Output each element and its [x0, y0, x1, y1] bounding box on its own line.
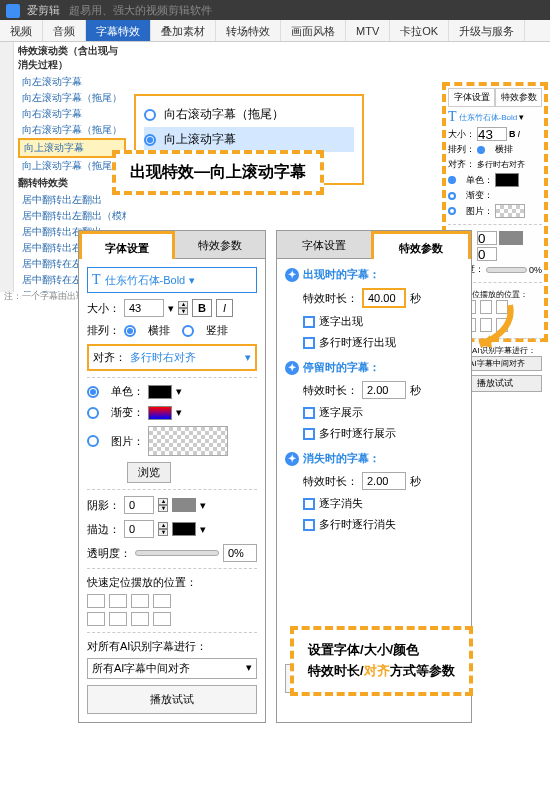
pic-label: 图片：: [111, 434, 144, 449]
size-input[interactable]: [124, 299, 164, 317]
opacity-slider[interactable]: [486, 267, 527, 273]
opacity-slider[interactable]: [135, 550, 219, 556]
color-swatch[interactable]: [148, 385, 172, 399]
tab-style[interactable]: 画面风格: [281, 20, 346, 41]
tab-fx-params[interactable]: 特效参数: [175, 231, 265, 259]
font-select[interactable]: T 仕东竹石体-Bold ▾: [87, 267, 257, 293]
tab-mtv[interactable]: MTV: [346, 20, 390, 41]
chevron-down-icon[interactable]: ▾: [176, 385, 182, 398]
spinner[interactable]: ▴▾: [158, 522, 168, 536]
shadow-label: 阴影：: [87, 498, 120, 513]
bold-icon[interactable]: B: [509, 129, 516, 139]
chevron-down-icon[interactable]: ▾: [200, 499, 206, 512]
tab-fx-params[interactable]: 特效参数: [371, 231, 471, 259]
cb-label: 多行时逐行消失: [319, 517, 396, 532]
radio-picture[interactable]: [87, 435, 99, 447]
browse-button[interactable]: 浏览: [127, 462, 171, 483]
color-swatch[interactable]: [495, 173, 519, 187]
rp-size-input[interactable]: [477, 127, 507, 141]
star-icon: ✦: [285, 452, 299, 466]
shadow-color[interactable]: [172, 498, 196, 512]
font-settings-panel: 字体设置 特效参数 T 仕东竹石体-Bold ▾ 大小： ▾ ▴▾ B I 排列…: [78, 230, 266, 723]
shadow-input[interactable]: [477, 231, 497, 245]
cb-label: 多行时逐行出现: [319, 335, 396, 350]
stay-duration-input[interactable]: [362, 381, 406, 399]
stroke-input[interactable]: [477, 247, 497, 261]
tree-item[interactable]: 居中翻转出左翻出（模糊）: [18, 208, 126, 224]
chevron-down-icon[interactable]: ▾: [168, 302, 174, 315]
stroke-input[interactable]: [124, 520, 154, 538]
size-label: 大小：: [87, 301, 120, 316]
tree-item[interactable]: 向左滚动字幕: [18, 74, 126, 90]
tree-group-scroll: 特效滚动类（含出现与消失过程）: [18, 42, 126, 74]
rp-grad: 渐变：: [466, 189, 493, 202]
italic-button[interactable]: I: [216, 299, 233, 317]
tab-upgrade[interactable]: 升级与服务: [449, 20, 525, 41]
radio-icon-checked[interactable]: [144, 134, 156, 146]
checkbox[interactable]: [303, 519, 315, 531]
tab-font-settings[interactable]: 字体设置: [79, 231, 175, 259]
star-icon: ✦: [285, 268, 299, 282]
section-disappear: ✦消失时的字幕：: [285, 451, 463, 466]
shadow-input[interactable]: [124, 496, 154, 514]
checkbox[interactable]: [303, 428, 315, 440]
color-swatch[interactable]: [499, 231, 523, 245]
rp-font[interactable]: 仕东竹石体-Bold: [459, 112, 518, 123]
rp-tab-fx[interactable]: 特效参数: [495, 88, 542, 107]
option-row[interactable]: 向右滚动字幕（拖尾）: [144, 102, 354, 127]
radio-gradient[interactable]: [87, 407, 99, 419]
tree-item[interactable]: 向左滚动字幕（拖尾）: [18, 90, 126, 106]
chevron-down-icon[interactable]: ▾: [200, 523, 206, 536]
tab-overlay[interactable]: 叠加素材: [151, 20, 216, 41]
checkbox[interactable]: [303, 498, 315, 510]
tree-item[interactable]: 向上滚动字幕（拖尾）: [18, 158, 126, 174]
checkbox[interactable]: [303, 407, 315, 419]
radio-horizontal[interactable]: [124, 325, 136, 337]
appear-duration-input[interactable]: [362, 288, 406, 308]
radio-icon[interactable]: [144, 109, 156, 121]
rp-single: 单色：: [466, 174, 493, 187]
disappear-duration-input[interactable]: [362, 472, 406, 490]
tab-transition[interactable]: 转场特效: [216, 20, 281, 41]
align-select[interactable]: 多行时右对齐: [130, 350, 241, 365]
radio-single-color[interactable]: [87, 386, 99, 398]
tab-karaoke[interactable]: 卡拉OK: [390, 20, 449, 41]
rp-h: 横排: [495, 143, 513, 156]
spinner[interactable]: ▴▾: [158, 498, 168, 512]
checkbox[interactable]: [303, 337, 315, 349]
stroke-color[interactable]: [172, 522, 196, 536]
rp-tab-font[interactable]: 字体设置: [448, 88, 495, 107]
rp-align-label: 对齐：: [448, 158, 475, 171]
radio-icon[interactable]: [477, 146, 485, 154]
opacity-value[interactable]: [223, 544, 257, 562]
chevron-down-icon[interactable]: ▾: [245, 351, 251, 364]
option-row-selected[interactable]: 向上滚动字幕: [144, 127, 354, 152]
tab-font-settings[interactable]: 字体设置: [277, 231, 371, 259]
position-grid[interactable]: [87, 594, 257, 626]
tab-subtitle-fx[interactable]: 字幕特效: [86, 20, 151, 41]
chevron-down-icon[interactable]: ▾: [176, 406, 182, 419]
radio-icon[interactable]: [448, 192, 456, 200]
align-label: 对齐：: [93, 350, 126, 365]
radio-icon[interactable]: [448, 176, 456, 184]
ai-align-select[interactable]: 所有AI字幕中间对齐 ▾: [87, 658, 257, 679]
cb-label: 逐字展示: [319, 405, 363, 420]
checker-preview: [495, 204, 525, 218]
checkbox[interactable]: [303, 316, 315, 328]
tree-item-selected[interactable]: 向上滚动字幕: [18, 138, 126, 158]
gradient-swatch[interactable]: [148, 406, 172, 420]
radio-icon[interactable]: [448, 207, 456, 215]
rp-align[interactable]: 多行时右对齐: [477, 159, 525, 170]
tab-audio[interactable]: 音频: [43, 20, 86, 41]
grad-label: 渐变：: [111, 405, 144, 420]
spinner[interactable]: ▴▾: [178, 301, 188, 315]
tree-item[interactable]: 居中翻转出左翻出: [18, 192, 126, 208]
italic-icon[interactable]: I: [518, 129, 521, 139]
tree-item[interactable]: 向右滚动字幕: [18, 106, 126, 122]
bold-button[interactable]: B: [192, 299, 212, 317]
radio-vertical[interactable]: [182, 325, 194, 337]
tree-item[interactable]: 向右滚动字幕（拖尾）: [18, 122, 126, 138]
play-preview-button[interactable]: 播放试试: [87, 685, 257, 714]
arrange-h: 横排: [148, 323, 170, 338]
tab-video[interactable]: 视频: [0, 20, 43, 41]
